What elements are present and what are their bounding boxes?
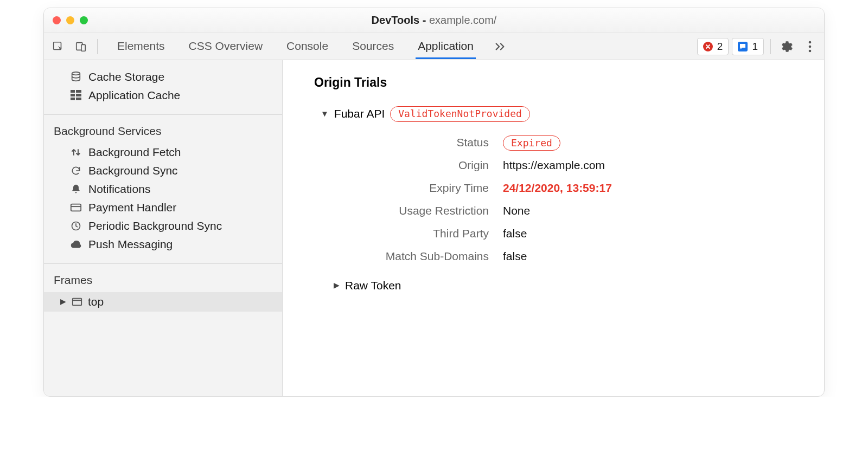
window-title-app: DevTools -: [372, 14, 429, 26]
sidebar-item-push-messaging[interactable]: Push Messaging: [44, 235, 282, 254]
kebab-menu-icon[interactable]: [800, 37, 820, 56]
tab-application[interactable]: Application: [416, 34, 476, 59]
svg-point-5: [809, 49, 812, 52]
disclosure-triangle-icon[interactable]: ▶: [60, 297, 66, 306]
svg-rect-12: [76, 98, 81, 100]
card-icon: [70, 202, 82, 214]
window-title-url: example.com/: [429, 14, 497, 26]
origin-trials-heading: Origin Trials: [314, 75, 806, 90]
svg-point-4: [809, 45, 812, 48]
svg-rect-16: [73, 299, 81, 306]
sidebar-item-label: Payment Handler: [88, 201, 176, 214]
match-subdomains-value: false: [503, 250, 806, 263]
raw-token-disclosure[interactable]: ▶ Raw Token: [334, 279, 806, 292]
clock-icon: [70, 220, 82, 232]
application-main: Origin Trials ▼ Fubar API ValidTokenNotP…: [283, 60, 824, 396]
sidebar-item-background-sync[interactable]: Background Sync: [44, 161, 282, 180]
close-window-icon[interactable]: [53, 16, 61, 24]
svg-point-6: [72, 72, 80, 75]
tab-elements[interactable]: Elements: [115, 34, 167, 59]
settings-gear-icon[interactable]: [777, 37, 797, 56]
grid-icon: [70, 89, 82, 101]
svg-rect-2: [81, 44, 85, 51]
errors-count: 2: [717, 41, 723, 53]
origin-trial-entry[interactable]: ▼ Fubar API ValidTokenNotProvided: [321, 106, 806, 122]
tab-css-overview[interactable]: CSS Overview: [187, 34, 265, 59]
third-party-value: false: [503, 227, 806, 240]
tab-sources[interactable]: Sources: [350, 34, 396, 59]
sidebar-group-frames: Frames ▶ top: [44, 264, 282, 312]
sidebar-item-label: Periodic Background Sync: [88, 219, 222, 232]
frame-icon: [72, 297, 82, 307]
sidebar-item-payment-handler[interactable]: Payment Handler: [44, 198, 282, 217]
svg-rect-13: [71, 204, 81, 211]
messages-badge[interactable]: 1: [732, 38, 764, 55]
window-titlebar: DevTools - example.com/: [44, 8, 824, 33]
sidebar-item-label: top: [88, 295, 104, 308]
usage-restriction-key: Usage Restriction: [399, 204, 489, 217]
divider: [97, 39, 98, 54]
window-title: DevTools - example.com/: [44, 14, 824, 27]
svg-rect-10: [76, 94, 81, 96]
devtools-body: Cache Storage Application Cache Backgrou…: [44, 60, 824, 396]
message-icon: [738, 42, 748, 51]
minimize-window-icon[interactable]: [66, 16, 74, 24]
devtools-tabstrip: Elements CSS Overview Console Sources Ap…: [44, 33, 824, 60]
sidebar-item-periodic-background-sync[interactable]: Periodic Background Sync: [44, 217, 282, 235]
more-tabs-icon[interactable]: [494, 42, 506, 51]
application-sidebar: Cache Storage Application Cache Backgrou…: [44, 60, 283, 396]
disclosure-triangle-icon[interactable]: ▼: [321, 109, 329, 118]
sidebar-item-background-fetch[interactable]: Background Fetch: [44, 143, 282, 161]
updown-icon: [70, 146, 82, 158]
window-traffic-lights: [53, 16, 88, 24]
expiry-value: 24/12/2020, 13:59:17: [503, 182, 806, 195]
messages-count: 1: [752, 41, 758, 53]
devtools-window: DevTools - example.com/ Elements CSS Ove…: [43, 8, 825, 397]
db-icon: [70, 71, 82, 83]
sidebar-item-label: Background Fetch: [88, 146, 181, 159]
origin-trial-details: Status Expired Origin https://example.co…: [321, 136, 806, 263]
sidebar-item-label: Application Cache: [88, 89, 180, 102]
divider: [770, 39, 771, 54]
device-toolbar-icon[interactable]: [71, 37, 91, 56]
sidebar-group-title: Frames: [44, 269, 282, 292]
status-key: Status: [456, 136, 489, 149]
svg-rect-9: [71, 94, 75, 96]
expiry-key: Expiry Time: [429, 182, 489, 195]
zoom-window-icon[interactable]: [80, 16, 88, 24]
origin-value: https://example.com: [503, 159, 806, 172]
sidebar-item-cache-storage[interactable]: Cache Storage: [44, 68, 282, 86]
sidebar-group-cache: Cache Storage Application Cache: [44, 60, 282, 115]
sidebar-group-background-services: Background Services Background Fetch Bac…: [44, 115, 282, 264]
errors-badge[interactable]: 2: [697, 38, 729, 55]
usage-restriction-value: None: [503, 204, 806, 217]
sidebar-item-notifications[interactable]: Notifications: [44, 180, 282, 198]
status-badge: Expired: [503, 135, 560, 151]
svg-point-3: [809, 41, 812, 43]
disclosure-triangle-icon[interactable]: ▶: [334, 281, 340, 289]
devtools-tabs: Elements CSS Overview Console Sources Ap…: [115, 34, 476, 59]
sidebar-item-label: Notifications: [88, 183, 150, 196]
sidebar-group-title: Background Services: [44, 120, 282, 143]
svg-rect-7: [71, 90, 75, 93]
sidebar-item-label: Push Messaging: [88, 238, 173, 251]
cloud-icon: [70, 238, 82, 250]
sidebar-item-application-cache[interactable]: Application Cache: [44, 86, 282, 105]
origin-key: Origin: [458, 159, 489, 172]
match-subdomains-key: Match Sub-Domains: [386, 250, 489, 263]
sidebar-item-frame-top[interactable]: ▶ top: [44, 292, 282, 312]
origin-trial-status-chip: ValidTokenNotProvided: [390, 106, 530, 122]
third-party-key: Third Party: [433, 227, 489, 240]
tab-console[interactable]: Console: [284, 34, 330, 59]
origin-trial-name: Fubar API: [334, 107, 385, 120]
bell-icon: [70, 183, 82, 195]
sync-icon: [70, 165, 82, 177]
sidebar-item-label: Cache Storage: [88, 70, 164, 83]
inspect-element-icon[interactable]: [48, 37, 68, 56]
sidebar-item-label: Background Sync: [88, 164, 178, 177]
error-icon: [703, 42, 713, 51]
svg-rect-11: [71, 98, 75, 100]
status-value: Expired: [503, 136, 806, 149]
svg-rect-8: [76, 90, 81, 93]
raw-token-label: Raw Token: [345, 279, 401, 292]
